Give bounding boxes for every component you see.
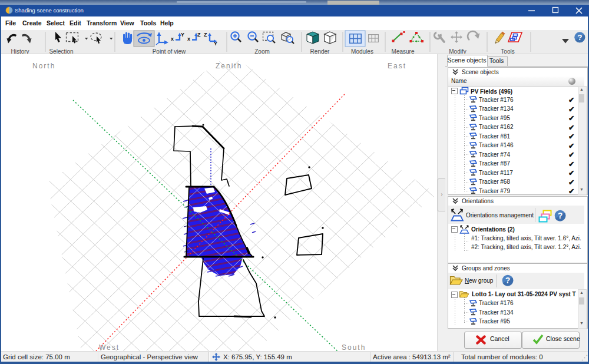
svg-text:x: x [187,36,190,42]
svg-text:?: ? [505,276,511,285]
svg-text:?: ? [577,33,582,42]
svg-text:Zenith: Zenith [216,62,242,70]
svg-text:x: x [171,36,174,42]
svg-text:North: North [32,62,55,70]
svg-text:West: West [99,343,120,351]
svg-text:South: South [342,343,366,351]
svg-text:Y: Y [181,32,184,38]
svg-text:Y: Y [214,41,217,47]
svg-text:Z: Z [197,32,201,38]
svg-text:Z: Z [204,32,207,38]
svg-text:?: ? [558,211,563,220]
svg-text:East: East [388,62,406,70]
